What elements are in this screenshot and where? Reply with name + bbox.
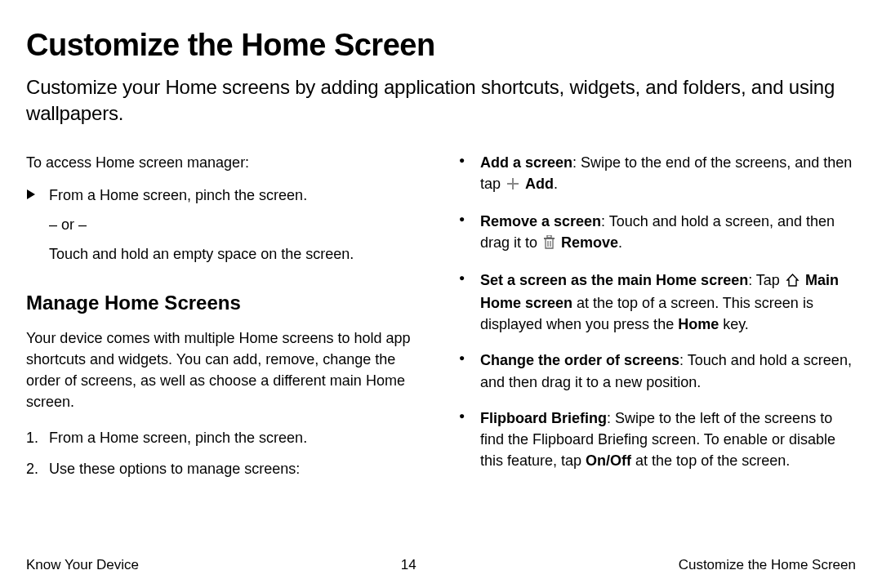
option-label: Add a screen (480, 154, 572, 171)
home-icon (786, 271, 800, 292)
page-footer: Know Your Device 14 Customize the Home S… (26, 557, 856, 573)
trash-icon (543, 234, 555, 255)
option-bold2: Home (678, 316, 719, 332)
right-column: Add a screen: Swipe to the end of the sc… (457, 152, 856, 490)
option-label: Remove a screen (480, 213, 601, 229)
content-columns: To access Home screen manager: From a Ho… (26, 152, 856, 490)
page-title: Customize the Home Screen (26, 28, 856, 63)
footer-right: Customize the Home Screen (679, 557, 856, 573)
option-tail: . (554, 176, 558, 192)
icon-label: Remove (561, 234, 618, 251)
left-column: To access Home screen manager: From a Ho… (26, 152, 425, 490)
option-add-screen: Add a screen: Swipe to the end of the sc… (457, 152, 856, 196)
play-icon (26, 186, 36, 204)
manage-para: Your device comes with multiple Home scr… (26, 327, 425, 412)
option-label: Change the order of screens (480, 352, 679, 368)
svg-rect-2 (507, 183, 519, 185)
option-label: Set a screen as the main Home screen (480, 272, 748, 288)
numbered-steps: 1.From a Home screen, pinch the screen. … (26, 427, 425, 479)
option-tail: at the top of the screen. (631, 452, 790, 469)
plus-icon (506, 175, 519, 196)
options-list: Add a screen: Swipe to the end of the sc… (457, 152, 856, 471)
svg-marker-0 (27, 189, 35, 199)
footer-left: Know Your Device (26, 557, 139, 573)
option-tail: key. (719, 316, 749, 332)
option-bold2: On/Off (586, 452, 631, 469)
step-2: 2.Use these options to manage screens: (26, 458, 425, 479)
intro-text: Customize your Home screens by adding ap… (26, 74, 856, 127)
option-change-order: Change the order of screens: Touch and h… (457, 350, 856, 392)
or-text: – or – (26, 214, 425, 235)
step-1: 1.From a Home screen, pinch the screen. (26, 427, 425, 448)
access-lead: To access Home screen manager: (26, 152, 425, 173)
option-label: Flipboard Briefing (480, 410, 607, 426)
option-remove-screen: Remove a screen: Touch and hold a screen… (457, 211, 856, 255)
option-flipboard: Flipboard Briefing: Swipe to the left of… (457, 408, 856, 471)
pinch-step: From a Home screen, pinch the screen. (26, 185, 425, 206)
option-text: : Tap (748, 272, 784, 288)
option-tail: . (618, 234, 622, 251)
icon-label: Add (525, 176, 554, 192)
svg-rect-4 (547, 235, 551, 238)
page-number: 14 (401, 557, 416, 573)
hold-text: Touch and hold an empty space on the scr… (26, 243, 425, 265)
step-2-text: Use these options to manage screens: (49, 461, 300, 477)
pinch-text: From a Home screen, pinch the screen. (49, 187, 307, 203)
subheading: Manage Home Screens (26, 289, 425, 318)
step-1-text: From a Home screen, pinch the screen. (49, 430, 307, 446)
option-main-screen: Set a screen as the main Home screen: Ta… (457, 270, 856, 335)
